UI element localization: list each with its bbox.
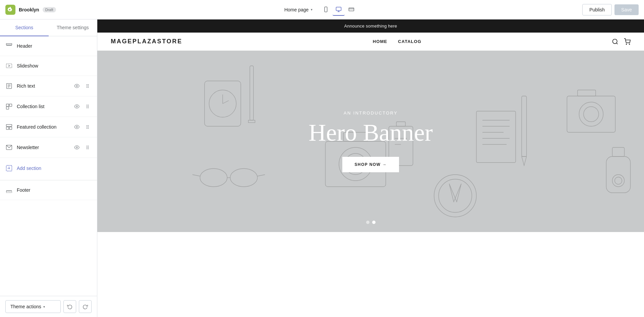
store-name: Brooklyn	[19, 7, 39, 12]
hero-dot-1[interactable]	[366, 221, 369, 224]
slideshow-label: Slideshow	[17, 63, 92, 69]
svg-point-79	[584, 107, 599, 122]
theme-actions-label: Theme actions	[10, 304, 41, 309]
svg-point-30	[88, 107, 88, 108]
svg-rect-87	[477, 111, 516, 163]
announcement-text: Announce something here	[344, 24, 397, 29]
rich-text-drag-btn[interactable]	[84, 82, 92, 90]
sidebar-item-rich-text[interactable]: Rich text	[0, 76, 97, 96]
svg-point-57	[629, 44, 630, 44]
svg-point-17	[87, 86, 87, 86]
svg-point-29	[87, 107, 87, 108]
cart-icon	[624, 38, 631, 45]
featured-collection-icon	[5, 123, 13, 131]
fullscreen-viewport-btn[interactable]	[345, 4, 357, 16]
svg-rect-2	[336, 7, 341, 11]
hero-dot-2[interactable]	[372, 221, 376, 224]
save-button[interactable]: Save	[614, 4, 639, 15]
svg-point-28	[88, 106, 88, 106]
chevron-down-icon: ▾	[311, 8, 312, 11]
svg-point-43	[87, 146, 87, 146]
svg-point-24	[76, 106, 78, 107]
collection-list-visibility-btn[interactable]	[73, 102, 81, 110]
redo-button[interactable]	[79, 300, 92, 313]
topbar-left: Brooklyn Draft	[5, 5, 56, 15]
theme-actions-chevron: ▾	[43, 305, 45, 309]
theme-actions-button[interactable]: Theme actions ▾	[5, 300, 61, 313]
svg-point-96	[615, 177, 622, 184]
svg-rect-80	[578, 90, 596, 96]
newsletter-icon	[5, 144, 13, 151]
shopify-logo	[5, 5, 15, 15]
svg-point-40	[88, 128, 88, 128]
sidebar-item-header[interactable]: Header	[0, 36, 97, 56]
svg-point-45	[87, 147, 87, 147]
svg-rect-72	[522, 96, 527, 156]
store-nav-links: HOME CATALOG	[373, 39, 422, 44]
tab-theme-settings[interactable]: Theme settings	[49, 19, 97, 36]
undo-button[interactable]	[63, 300, 76, 313]
svg-line-55	[616, 43, 618, 44]
svg-rect-5	[349, 8, 354, 11]
rich-text-icon	[5, 82, 13, 90]
svg-marker-73	[522, 156, 527, 166]
announcement-bar: Announce something here	[97, 19, 644, 33]
svg-point-54	[613, 39, 617, 43]
svg-point-37	[87, 127, 87, 127]
featured-collection-actions	[73, 123, 92, 131]
desktop-viewport-btn[interactable]	[333, 4, 345, 16]
newsletter-actions	[73, 143, 92, 151]
svg-point-14	[76, 85, 78, 87]
mobile-viewport-btn[interactable]	[320, 4, 332, 16]
svg-rect-21	[6, 104, 9, 107]
hero-subtitle: AN INTRODUCTORY	[309, 110, 433, 116]
svg-point-26	[88, 105, 88, 105]
nav-link-catalog: CATALOG	[398, 39, 422, 44]
viewport-icons	[320, 4, 357, 16]
sidebar-footer: Theme actions ▾	[0, 296, 97, 317]
svg-point-20	[88, 87, 88, 87]
sidebar-item-featured-collection[interactable]: Featured collection	[0, 117, 97, 137]
publish-button[interactable]: Publish	[582, 4, 612, 15]
svg-point-34	[76, 126, 78, 128]
svg-rect-86	[248, 120, 255, 123]
page-selector[interactable]: Home page ▾	[281, 5, 315, 14]
svg-point-15	[87, 84, 87, 85]
svg-point-18	[88, 86, 88, 86]
rich-text-actions	[73, 82, 92, 90]
newsletter-visibility-btn[interactable]	[73, 143, 81, 151]
featured-collection-visibility-btn[interactable]	[73, 123, 81, 131]
svg-rect-7	[6, 44, 12, 45]
add-section-icon	[5, 165, 13, 172]
search-icon	[612, 38, 618, 45]
svg-rect-22	[9, 104, 12, 107]
newsletter-drag-btn[interactable]	[84, 143, 92, 151]
svg-point-48	[88, 148, 88, 149]
tab-sections[interactable]: Sections	[0, 19, 49, 36]
svg-rect-23	[6, 107, 9, 109]
sidebar-item-collection-list[interactable]: Collection list	[0, 96, 97, 117]
featured-collection-drag-btn[interactable]	[84, 123, 92, 131]
svg-point-44	[88, 146, 88, 146]
hero-cta-button[interactable]: SHOP NOW →	[342, 157, 399, 172]
store-nav-icons	[612, 38, 631, 45]
header-label: Header	[17, 43, 92, 49]
store-nav: MAGEPLAZASTORE HOME CATALOG	[97, 33, 644, 51]
svg-point-46	[88, 147, 88, 147]
collection-list-label: Collection list	[17, 104, 69, 109]
sidebar: Sections Theme settings Header	[0, 19, 97, 317]
svg-point-36	[88, 125, 88, 126]
collection-list-icon	[5, 103, 13, 110]
sidebar-item-footer[interactable]: Footer	[0, 180, 97, 200]
svg-point-27	[87, 106, 87, 106]
featured-collection-label: Featured collection	[17, 124, 69, 130]
svg-rect-31	[6, 125, 12, 127]
svg-line-61	[223, 101, 229, 104]
svg-point-95	[612, 175, 625, 187]
sidebar-item-slideshow[interactable]: Slideshow	[0, 56, 97, 76]
rich-text-visibility-btn[interactable]	[73, 82, 81, 90]
sidebar-item-newsletter[interactable]: Newsletter	[0, 137, 97, 158]
sidebar-tabs: Sections Theme settings	[0, 19, 97, 36]
add-section-item[interactable]: Add section	[0, 158, 97, 179]
collection-list-drag-btn[interactable]	[84, 102, 92, 110]
